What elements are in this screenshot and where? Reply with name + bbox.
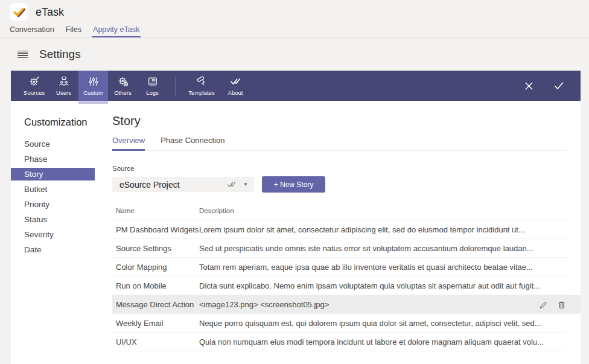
table-row[interactable]: Source Settings Sed ut perspiciatis unde… (112, 239, 567, 258)
row-description: Lorem ipsum dolor sit amet, consectetur … (199, 225, 567, 234)
content-area: Customization Source Phase Story Butket … (11, 101, 581, 364)
etask-logo (10, 3, 28, 21)
delete-icon[interactable] (557, 300, 566, 309)
top-header: eTask (0, 0, 589, 24)
edit-icon[interactable] (539, 300, 548, 309)
sidebar-item-source[interactable]: Source (11, 138, 95, 150)
toolbar-item-templates[interactable]: Templates (185, 71, 218, 101)
tab-appvity-etask[interactable]: Appvity eTask (92, 25, 141, 37)
story-tabs: Overview Phase Connection (112, 136, 567, 151)
toolbar-item-label: Users (56, 89, 71, 96)
svg-text:LOG: LOG (152, 79, 156, 81)
sidebar-item-phase[interactable]: Phase (11, 153, 95, 165)
row-name: Weekly Email (116, 319, 199, 328)
page-title: Settings (39, 48, 81, 61)
table-row[interactable]: Weekly Email Neque porro quisquam est, q… (112, 314, 567, 333)
sidebar-item-severity[interactable]: Severity (11, 228, 95, 241)
new-story-button[interactable]: + New Story (262, 176, 325, 193)
app-body: Sources Users Custom Other (11, 71, 581, 364)
toolbar-separator (176, 76, 176, 95)
table-row[interactable]: Run on Mobile Dicta sunt explicabo. Nemo… (112, 276, 567, 295)
table-row[interactable]: PM Dashboard Widgets Lorem ipsum dolor s… (112, 220, 567, 239)
toolbar-item-logs[interactable]: LOG Logs (138, 71, 167, 101)
sidebar-item-story[interactable]: Story (11, 168, 95, 180)
toolbar-item-about[interactable]: About (218, 71, 252, 101)
column-header-description: Description (199, 207, 567, 214)
row-name: UI/UX (116, 337, 199, 346)
sidebar-item-butket[interactable]: Butket (11, 183, 95, 196)
caret-down-icon[interactable]: ▼ (243, 182, 248, 187)
toolbar-item-label: Custom (83, 89, 103, 96)
source-controls: eSource Project ▼ + New Story (112, 176, 567, 193)
customization-sidebar: Customization Source Phase Story Butket … (11, 101, 95, 364)
row-description: Dicta sunt explicabo. Nemo enim ipsam vo… (199, 281, 567, 290)
source-dropdown-icons: ▼ (226, 180, 248, 189)
column-header-name: Name (116, 207, 199, 214)
hamburger-icon[interactable] (18, 51, 28, 59)
story-panel: Story Overview Phase Connection Source e… (95, 101, 581, 364)
source-dropdown[interactable]: eSource Project ▼ (112, 177, 254, 192)
toolbar-item-users[interactable]: Users (49, 71, 78, 101)
toolbar-item-label: About (228, 89, 243, 96)
row-actions (539, 300, 566, 309)
row-description: Sed ut perspiciatis unde omnis iste natu… (199, 244, 567, 253)
toolbar-item-custom[interactable]: Custom (78, 71, 108, 101)
toolbar-item-label: Templates (188, 89, 214, 96)
tab-conversation[interactable]: Conversation (8, 25, 56, 37)
settings-bar: Settings (0, 38, 589, 71)
row-name: Message Direct Action (116, 300, 199, 309)
sidebar-item-priority[interactable]: Priority (11, 198, 95, 211)
logs-icon: LOG (147, 75, 159, 88)
table-header: Name Description (112, 205, 567, 220)
app-title: eTask (36, 6, 64, 19)
table-row[interactable]: UI/UX Quia non numquam eius modi tempora… (112, 333, 567, 351)
toolbar-item-label: Logs (146, 89, 159, 96)
close-icon[interactable] (523, 80, 535, 92)
sidebar-item-status[interactable]: Status (11, 213, 95, 226)
source-dropdown-value: eSource Project (119, 180, 180, 190)
toolbar-item-label: Sources (24, 89, 45, 96)
row-description: <image123.png> <screenshot05.jpg> (199, 300, 329, 309)
sliders-icon (88, 75, 100, 88)
double-check-icon (229, 75, 241, 88)
tab-phase-connection[interactable]: Phase Connection (161, 136, 224, 151)
sidebar-item-date[interactable]: Date (11, 243, 95, 256)
source-field-label: Source (112, 165, 567, 172)
table-row-selected[interactable]: Message Direct Action <image123.png> <sc… (112, 295, 581, 314)
double-check-icon (226, 180, 237, 189)
section-title: Story (112, 114, 567, 128)
tab-files[interactable]: Files (65, 25, 83, 37)
toolbar-item-others[interactable]: Others (108, 71, 138, 101)
row-name: PM Dashboard Widgets (116, 225, 199, 234)
etask-double-check-icon (11, 4, 27, 20)
tab-overview[interactable]: Overview (112, 136, 145, 151)
row-description: Totam rem aperiam, eaque ipsa quae ab il… (199, 263, 567, 272)
table-row[interactable]: Color Mapping Totam rem aperiam, eaque i… (112, 258, 567, 276)
gear-plus-icon (117, 75, 129, 88)
settings-toolbar: Sources Users Custom Other (11, 71, 581, 101)
paint-roller-icon (196, 75, 208, 88)
row-name: Source Settings (116, 244, 199, 253)
row-name: Run on Mobile (116, 281, 199, 290)
users-icon (58, 75, 70, 88)
row-name: Color Mapping (116, 263, 199, 272)
row-description: Neque porro quisquam est, qui dolorem ip… (199, 319, 567, 328)
check-icon[interactable] (553, 80, 565, 92)
gear-wrench-icon (28, 75, 40, 88)
sidebar-title: Customization (24, 117, 95, 128)
toolbar-item-sources[interactable]: Sources (19, 71, 49, 101)
row-description: Quia non numquam eius modi tempora incid… (199, 337, 567, 346)
teams-tab-strip: Conversation Files Appvity eTask (0, 24, 589, 38)
toolbar-actions (523, 71, 581, 101)
story-table: Name Description PM Dashboard Widgets Lo… (112, 205, 567, 351)
toolbar-item-label: Others (114, 89, 132, 96)
